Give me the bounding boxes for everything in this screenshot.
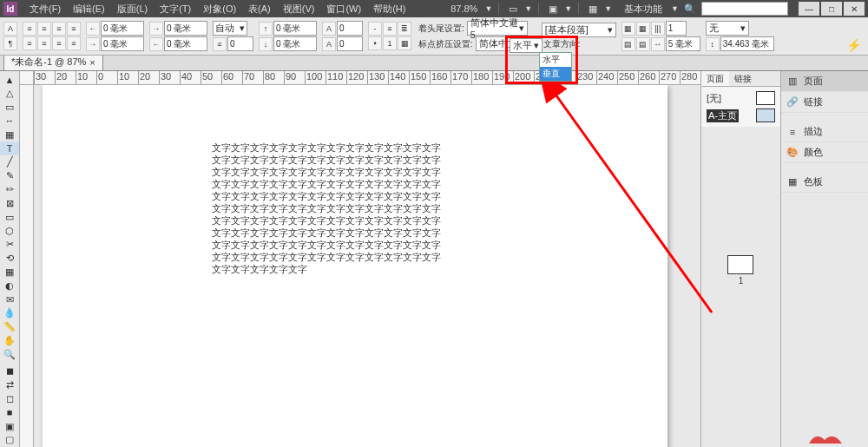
- align-justify-left-icon[interactable]: ≡: [23, 36, 36, 50]
- page-tool[interactable]: ▭: [0, 101, 19, 115]
- dropcap-chars-input[interactable]: [337, 36, 363, 51]
- workspace-dropdown-icon[interactable]: ▼: [671, 4, 679, 13]
- gradient-swatch-tool[interactable]: ▦: [0, 266, 19, 279]
- dock-links[interactable]: 🔗链接: [781, 92, 868, 113]
- height-input[interactable]: [720, 36, 774, 51]
- view-mode-icon[interactable]: ▭: [505, 2, 521, 16]
- screen-mode-icon[interactable]: ▣: [545, 2, 561, 16]
- minimize-button[interactable]: —: [799, 2, 819, 16]
- char-mode-icon[interactable]: A: [3, 22, 17, 36]
- text-frame[interactable]: 文字文字文字文字文字文字文字文字文字文字文字文字 文字文字文字文字文字文字文字文…: [212, 141, 464, 275]
- gap-tool[interactable]: ↔: [0, 114, 19, 128]
- master-a[interactable]: A-主页: [705, 108, 777, 123]
- document-tab-close-icon[interactable]: ×: [89, 57, 95, 68]
- auto-leading-dropdown[interactable]: 自动▾: [213, 21, 247, 36]
- ruler-origin[interactable]: [20, 71, 34, 85]
- no-break-icon[interactable]: ≡: [383, 22, 397, 36]
- paragraph-style-dropdown[interactable]: [基本段落]▾: [542, 23, 616, 37]
- kinsoku-dropdown[interactable]: 简体中文避5▾: [467, 21, 528, 36]
- story-direction-dropdown[interactable]: 水平▾: [510, 38, 542, 53]
- align-justify-icon[interactable]: ≡: [67, 22, 81, 36]
- columns-input[interactable]: [666, 21, 687, 36]
- fill-stroke-icon[interactable]: ◼: [0, 365, 19, 378]
- dock-stroke[interactable]: ≡描边: [781, 122, 868, 142]
- screen-mode-preview-icon[interactable]: ▢: [0, 433, 19, 447]
- rectangle-frame-tool[interactable]: ⊠: [0, 196, 19, 210]
- para-mode-icon[interactable]: ¶: [3, 36, 17, 50]
- document-tab[interactable]: *未命名-1 @ 87% ×: [3, 53, 103, 70]
- numbering-icon[interactable]: 1: [383, 36, 397, 50]
- space-before-input[interactable]: [273, 21, 317, 36]
- grid-align-icon[interactable]: ▦: [621, 22, 635, 36]
- master-none[interactable]: [无]: [705, 90, 777, 106]
- menu-type[interactable]: 文字(T): [155, 1, 196, 17]
- align-center-icon[interactable]: ≡: [37, 22, 51, 36]
- apply-color-icon[interactable]: ■: [0, 405, 19, 419]
- dock-color[interactable]: 🎨颜色: [781, 142, 868, 163]
- workspace-switcher[interactable]: 基本功能: [619, 3, 667, 16]
- dock-swatches[interactable]: ▦色板: [781, 172, 868, 193]
- menu-table[interactable]: 表(A): [243, 1, 276, 17]
- quick-apply-icon[interactable]: ⚡: [846, 38, 861, 52]
- page-1-thumb[interactable]: [727, 255, 753, 274]
- align-justify-right-icon[interactable]: ≡: [52, 36, 66, 50]
- pen-tool[interactable]: ✎: [0, 169, 19, 183]
- maximize-button[interactable]: □: [821, 2, 842, 16]
- menu-view[interactable]: 视图(V): [278, 1, 320, 17]
- menu-file[interactable]: 文件(F): [24, 1, 66, 17]
- zoom-tool[interactable]: 🔍: [0, 348, 19, 362]
- vertical-ruler[interactable]: [20, 85, 34, 447]
- zoom-dropdown-icon[interactable]: ▼: [484, 4, 492, 13]
- gutter-input[interactable]: [666, 36, 700, 51]
- indent-first-input[interactable]: [101, 36, 144, 51]
- direct-selection-tool[interactable]: △: [0, 87, 19, 101]
- tab-pages[interactable]: 页面: [701, 71, 729, 86]
- default-fill-stroke-icon[interactable]: ◻: [0, 392, 19, 406]
- align-right-icon[interactable]: ≡: [52, 22, 66, 36]
- pasteboard[interactable]: 文字文字文字文字文字文字文字文字文字文字文字文字 文字文字文字文字文字文字文字文…: [34, 85, 700, 447]
- content-collector-tool[interactable]: ▦: [0, 128, 19, 141]
- lines-input[interactable]: [227, 36, 253, 51]
- arrange-icon[interactable]: ▦: [585, 2, 601, 16]
- indent-left-input[interactable]: [101, 21, 144, 36]
- baseline-grid-icon[interactable]: ≣: [398, 22, 411, 36]
- view-dropdown-icon[interactable]: ▼: [524, 4, 532, 13]
- gradient-feather-tool[interactable]: ◐: [0, 279, 19, 293]
- align-left-icon[interactable]: ≡: [23, 22, 36, 36]
- measure-tool[interactable]: 📏: [0, 320, 19, 334]
- page[interactable]: 文字文字文字文字文字文字文字文字文字文字文字文字 文字文字文字文字文字文字文字文…: [43, 85, 667, 447]
- menu-edit[interactable]: 编辑(E): [68, 1, 110, 17]
- hand-tool[interactable]: ✋: [0, 334, 19, 348]
- swap-fill-stroke-icon[interactable]: ⇄: [0, 378, 19, 392]
- hyphenate-icon[interactable]: -: [368, 22, 382, 36]
- menu-object[interactable]: 对象(O): [198, 1, 241, 17]
- zoom-level[interactable]: 87.8%: [447, 3, 481, 14]
- menu-window[interactable]: 窗口(W): [321, 1, 366, 17]
- screen-mode-normal-icon[interactable]: ▣: [0, 419, 19, 433]
- indent-right-input[interactable]: [164, 21, 207, 36]
- horizontal-ruler[interactable]: 3020100102030405060708090100110120130140…: [34, 71, 700, 85]
- arrange-dropdown-icon[interactable]: ▼: [604, 4, 612, 13]
- menu-layout[interactable]: 版面(L): [112, 1, 153, 17]
- search-input[interactable]: [701, 2, 788, 16]
- rectangle-tool[interactable]: ▭: [0, 210, 19, 224]
- scissors-tool[interactable]: ✂: [0, 238, 19, 252]
- align-toward-spine-icon[interactable]: ≡: [67, 36, 81, 50]
- vert-align2-icon[interactable]: ▤: [636, 37, 650, 51]
- type-tool[interactable]: T: [0, 141, 19, 155]
- screen-dropdown-icon[interactable]: ▼: [564, 4, 572, 13]
- dock-pages[interactable]: ▥页面: [781, 71, 868, 92]
- space-after-input[interactable]: [273, 36, 317, 51]
- note-tool[interactable]: ✉: [0, 293, 19, 306]
- direction-option-vertical[interactable]: 垂直: [540, 67, 571, 81]
- selection-tool[interactable]: ▲: [0, 73, 19, 87]
- indent-last-input[interactable]: [164, 36, 207, 51]
- dropcap-lines-input[interactable]: [337, 21, 363, 36]
- polygon-tool[interactable]: ⬡: [0, 224, 19, 238]
- vert-align-icon[interactable]: ▤: [621, 37, 635, 51]
- direction-option-horizontal[interactable]: 水平: [540, 53, 571, 67]
- span-dropdown[interactable]: 无▾: [706, 21, 749, 36]
- bullets-icon[interactable]: •: [368, 36, 382, 50]
- eyedropper-tool[interactable]: 💧: [0, 306, 19, 320]
- grid-align2-icon[interactable]: ▦: [636, 22, 650, 36]
